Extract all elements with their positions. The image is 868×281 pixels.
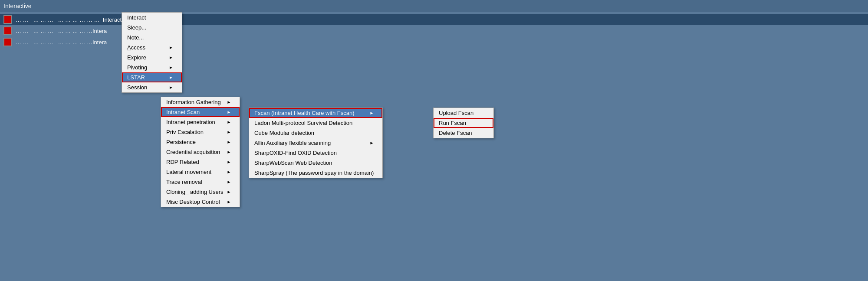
context-menu-main: Interact Sleep... Note... Access ► Explo… xyxy=(122,12,182,93)
menu-item-intranet-pen[interactable]: Intranet penetration ► xyxy=(161,117,240,127)
menu-item-info-gathering[interactable]: Information Gathering ► xyxy=(161,97,240,107)
menu-item-allin[interactable]: Allin Auxiliary flexible scanning ► xyxy=(249,138,382,148)
menu-item-interact[interactable]: Interact xyxy=(122,13,182,23)
menu-item-sharp-oxid[interactable]: SharpOXID-Find OXID Detection xyxy=(249,148,382,158)
menu-item-persistence[interactable]: Persistence ► xyxy=(161,137,240,147)
arrow-icon: ► xyxy=(227,180,231,184)
menu-item-explore[interactable]: Explore ► xyxy=(122,52,182,62)
menu-item-sharp-spray[interactable]: SharpSpray (The password spay in the dom… xyxy=(249,168,382,178)
arrow-icon: ► xyxy=(227,150,231,154)
arrow-icon: ► xyxy=(227,130,231,134)
arrow-icon: ► xyxy=(227,190,231,194)
arrow-icon: ► xyxy=(227,110,231,114)
menu-item-upload-fscan[interactable]: Upload Fscan xyxy=(434,108,493,118)
menu-item-cred-acq[interactable]: Credential acquisition ► xyxy=(161,147,240,157)
menu-item-run-fscan[interactable]: Run Fscan xyxy=(434,118,493,128)
menu-container: Interact Sleep... Note... Access ► Explo… xyxy=(0,12,868,281)
arrow-icon: ► xyxy=(169,85,173,90)
menu-item-session[interactable]: Session ► xyxy=(122,82,182,92)
context-menu-lstar: Information Gathering ► Intranet Scan ► … xyxy=(161,97,240,207)
menu-item-misc[interactable]: Misc Desktop Control ► xyxy=(161,197,240,207)
title-text: Interactive xyxy=(3,3,32,10)
menu-item-fscan[interactable]: Fscan (Intranet Health Care with Fscan) … xyxy=(249,108,382,118)
menu-item-cloning[interactable]: Cloning_ adding Users ► xyxy=(161,187,240,197)
arrow-icon: ► xyxy=(169,75,173,80)
arrow-icon: ► xyxy=(169,65,173,70)
arrow-icon: ► xyxy=(169,55,173,60)
arrow-icon: ► xyxy=(227,160,231,164)
arrow-icon: ► xyxy=(369,140,374,145)
arrow-icon: ► xyxy=(169,45,173,50)
menu-item-note[interactable]: Note... xyxy=(122,33,182,42)
menu-item-ladon[interactable]: Ladon Multi-protocol Survival Detection xyxy=(249,118,382,128)
menu-item-access[interactable]: Access ► xyxy=(122,42,182,52)
title-bar: Interactive xyxy=(0,0,868,12)
main-area: … … … … … … … … … … … Interactive … … … … xyxy=(0,12,868,281)
menu-item-sharp-webscan[interactable]: SharpWebScan Web Detection xyxy=(249,158,382,168)
arrow-icon: ► xyxy=(227,100,231,105)
arrow-icon: ► xyxy=(369,111,374,115)
arrow-icon: ► xyxy=(227,170,231,174)
menu-item-priv-esc[interactable]: Priv Escalation ► xyxy=(161,127,240,137)
menu-item-trace[interactable]: Trace removal ► xyxy=(161,177,240,187)
context-menu-intranet-scan: Fscan (Intranet Health Care with Fscan) … xyxy=(249,108,383,178)
context-menu-fscan: Upload Fscan Run Fscan Delete Fscan xyxy=(433,108,494,138)
menu-item-delete-fscan[interactable]: Delete Fscan xyxy=(434,128,493,138)
menu-item-lateral[interactable]: Lateral movement ► xyxy=(161,167,240,177)
menu-item-pivoting[interactable]: Pivoting ► xyxy=(122,62,182,72)
menu-item-lstar[interactable]: LSTAR ► xyxy=(122,72,182,82)
arrow-icon: ► xyxy=(227,140,231,144)
menu-item-sleep[interactable]: Sleep... xyxy=(122,23,182,33)
arrow-icon: ► xyxy=(227,199,231,204)
menu-item-rdp[interactable]: RDP Related ► xyxy=(161,157,240,167)
menu-item-cube[interactable]: Cube Modular detection xyxy=(249,128,382,138)
menu-item-intranet-scan[interactable]: Intranet Scan ► xyxy=(161,107,240,117)
arrow-icon: ► xyxy=(227,120,231,124)
